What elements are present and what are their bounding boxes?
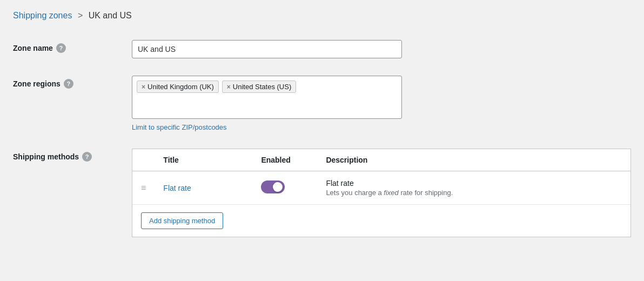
tag-us-label: United States (US) bbox=[233, 83, 291, 91]
methods-table-body: ≡ Flat rate bbox=[132, 171, 630, 237]
method-enabled-cell bbox=[252, 171, 317, 205]
table-row: ≡ Flat rate bbox=[132, 171, 630, 205]
breadcrumb-separator: > bbox=[78, 11, 83, 20]
zone-regions-help-icon[interactable]: ? bbox=[64, 79, 73, 89]
method-description-cell: Flat rate Lets you charge a fixed rate f… bbox=[317, 171, 630, 205]
add-method-cell: Add shipping method bbox=[132, 205, 630, 237]
zone-name-label: Zone name bbox=[13, 44, 53, 52]
add-shipping-method-button[interactable]: Add shipping method bbox=[141, 212, 223, 229]
limit-link[interactable]: Limit to specific ZIP/postcodes bbox=[132, 123, 227, 131]
tag-us: × United States (US) bbox=[222, 81, 296, 93]
shipping-methods-label-cell: Shipping methods ? bbox=[13, 149, 132, 162]
tag-uk-remove[interactable]: × bbox=[142, 84, 145, 90]
col-title-header: Title bbox=[155, 149, 252, 171]
zone-name-row: Zone name ? bbox=[13, 31, 631, 67]
method-name-link[interactable]: Flat rate bbox=[163, 184, 191, 192]
col-description-header: Description bbox=[317, 149, 630, 171]
breadcrumb: Shipping zones > UK and US bbox=[13, 11, 631, 21]
methods-table-head: Title Enabled Description bbox=[132, 149, 630, 171]
toggle-track bbox=[261, 180, 285, 193]
method-name-cell: Flat rate bbox=[155, 171, 252, 205]
shipping-methods-help-icon[interactable]: ? bbox=[82, 152, 92, 162]
tag-uk-label: United Kingdom (UK) bbox=[147, 83, 214, 91]
shipping-methods-label: Shipping methods bbox=[13, 152, 79, 161]
method-description-body: Lets you charge a fixed rate for shippin… bbox=[326, 189, 622, 197]
drag-handle-icon[interactable]: ≡ bbox=[141, 183, 146, 192]
zone-name-label-cell: Zone name ? bbox=[13, 40, 132, 53]
col-enabled-header: Enabled bbox=[252, 149, 317, 171]
zone-name-input[interactable] bbox=[132, 40, 402, 58]
add-method-row: Add shipping method bbox=[132, 205, 630, 237]
method-description-title: Flat rate bbox=[326, 179, 622, 188]
shipping-methods-row: Shipping methods ? Title Enabled Descrip… bbox=[13, 140, 631, 246]
breadcrumb-link[interactable]: Shipping zones bbox=[13, 11, 72, 20]
col-drag bbox=[132, 149, 155, 171]
regions-container: × United Kingdom (UK) × United States (U… bbox=[132, 76, 402, 131]
zone-regions-label: Zone regions bbox=[13, 79, 61, 88]
shipping-methods-field: Title Enabled Description ≡ Flat rate bbox=[132, 149, 631, 237]
zone-regions-field: × United Kingdom (UK) × United States (U… bbox=[132, 76, 631, 131]
page-container: Shipping zones > UK and US Zone name ? Z… bbox=[0, 0, 644, 257]
zone-regions-row: Zone regions ? × United Kingdom (UK) × U… bbox=[13, 67, 631, 140]
method-toggle[interactable] bbox=[261, 180, 285, 193]
zone-name-help-icon[interactable]: ? bbox=[56, 43, 66, 53]
zone-regions-label-cell: Zone regions ? bbox=[13, 76, 132, 89]
methods-table: Title Enabled Description ≡ Flat rate bbox=[132, 149, 630, 237]
tags-row: × United Kingdom (UK) × United States (U… bbox=[137, 81, 397, 93]
breadcrumb-current: UK and US bbox=[89, 11, 132, 20]
methods-table-container: Title Enabled Description ≡ Flat rate bbox=[132, 149, 631, 237]
tag-uk: × United Kingdom (UK) bbox=[137, 81, 219, 93]
toggle-thumb bbox=[273, 182, 283, 192]
methods-header-row: Title Enabled Description bbox=[132, 149, 630, 171]
zone-name-field bbox=[132, 40, 631, 58]
regions-box[interactable]: × United Kingdom (UK) × United States (U… bbox=[132, 76, 402, 119]
drag-handle-cell: ≡ bbox=[132, 171, 155, 205]
tag-us-remove[interactable]: × bbox=[227, 84, 231, 90]
